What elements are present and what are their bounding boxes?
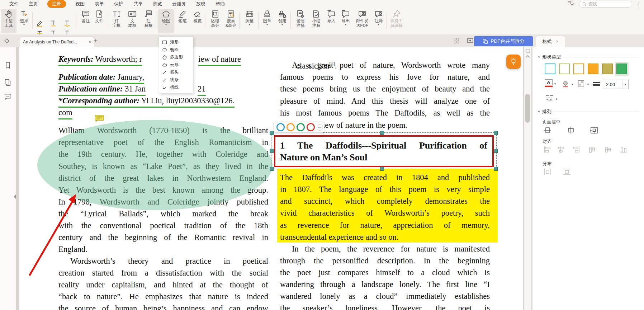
- email-fdf-button[interactable]: 邮件发 送FDF: [353, 9, 371, 33]
- squiggly-tool[interactable]: [62, 19, 72, 28]
- underline-tool[interactable]: [48, 19, 59, 28]
- align-right-button[interactable]: [572, 146, 581, 154]
- scrollbar-thumb[interactable]: [525, 94, 530, 123]
- draw-menu-item-polygon[interactable]: 多边形: [159, 53, 193, 61]
- resize-handle[interactable]: [270, 131, 274, 135]
- diamond-tool-icon[interactable]: [3, 37, 11, 45]
- red-rectangle-annotation[interactable]: [274, 135, 494, 167]
- callout-button[interactable]: 注 释框: [141, 9, 156, 33]
- search-highlight-button[interactable]: 搜索 &高亮: [223, 9, 239, 33]
- draw-menu-item-polyline[interactable]: 折线: [159, 84, 193, 91]
- export-comments-button[interactable]: 导出▼: [338, 9, 353, 33]
- resize-handle[interactable]: [494, 149, 498, 153]
- file-attach-button[interactable]: 文件: [93, 9, 106, 33]
- format-tab-close-icon[interactable]: ×: [556, 39, 558, 44]
- manage-comments-button[interactable]: 管理 注释: [293, 9, 308, 33]
- more-colors-icon[interactable]: •••: [317, 124, 323, 131]
- red-color-swatch[interactable]: [307, 123, 315, 131]
- tab-close-icon[interactable]: ×: [89, 39, 91, 44]
- menu-item[interactable]: 主页: [28, 0, 39, 8]
- stamp-button[interactable]: 图章▼: [260, 9, 275, 33]
- shape-style-swatch[interactable]: [545, 64, 555, 74]
- note-button[interactable]: 备注: [79, 9, 93, 33]
- draw-menu-item-line[interactable]: 线条: [159, 76, 193, 84]
- draw-menu-item-ellipse[interactable]: 椭圆: [159, 46, 193, 53]
- pdf-merge-split-button[interactable]: PDF合并与拆分: [474, 36, 533, 46]
- align-bottom-button[interactable]: [619, 146, 628, 154]
- shape-style-swatch[interactable]: [588, 64, 598, 74]
- page-thumbnails-icon[interactable]: [4, 78, 12, 87]
- menu-item[interactable]: 注释: [47, 0, 66, 8]
- border-color-button[interactable]: A ▼: [545, 79, 557, 87]
- hand-tool-button[interactable]: 手型 工具: [1, 9, 16, 33]
- align-middle-vertical-button[interactable]: [604, 146, 612, 154]
- resize-handle[interactable]: [494, 167, 498, 171]
- menu-item[interactable]: 共享: [133, 0, 143, 8]
- sticky-note-annotation-icon[interactable]: [95, 115, 105, 123]
- align-center-horizontal-button[interactable]: [557, 146, 565, 154]
- shape-style-swatch[interactable]: [573, 64, 584, 74]
- fill-color-button[interactable]: ▼: [561, 79, 574, 88]
- chevron-down-icon[interactable]: ▼: [622, 80, 628, 89]
- draw-button[interactable]: 绘图▼: [158, 9, 174, 33]
- textbox-button[interactable]: 文 本框: [125, 9, 140, 33]
- menu-item[interactable]: 保护: [113, 0, 124, 8]
- resize-handle[interactable]: [380, 167, 384, 171]
- reading-mode-icon[interactable]: [567, 0, 576, 8]
- format-panel-tab[interactable]: 格式 ×: [536, 36, 565, 47]
- resize-handle[interactable]: [270, 149, 274, 153]
- center-vertical-button[interactable]: [567, 126, 575, 134]
- scroll-up-icon[interactable]: [525, 55, 530, 58]
- comment-settings-button[interactable]: 注释▼: [371, 9, 386, 33]
- center-horizontal-button[interactable]: [543, 126, 552, 134]
- center-both-button[interactable]: [590, 126, 598, 134]
- opacity-button[interactable]: ▼: [577, 79, 589, 88]
- align-top-button[interactable]: [588, 146, 596, 154]
- assistant-lightbulb-button[interactable]: [506, 55, 521, 69]
- shape-style-swatch[interactable]: [602, 64, 613, 74]
- green-color-swatch[interactable]: [297, 123, 305, 131]
- shape-style-swatch[interactable]: [559, 64, 570, 74]
- eraser-button[interactable]: 橡皮: [190, 9, 205, 33]
- shape-type-section[interactable]: 形状类型: [538, 54, 639, 60]
- scroll-page-icon[interactable]: [525, 49, 530, 53]
- summarize-comments-button[interactable]: 小结 注释: [308, 9, 324, 33]
- line-width-input[interactable]: 2.00 ▼: [603, 80, 629, 89]
- draw-menu-item-arrow[interactable]: 箭头: [159, 69, 193, 76]
- resize-handle[interactable]: [270, 167, 274, 171]
- typewriter-button[interactable]: 打 字机: [109, 9, 124, 33]
- document-tab[interactable]: An Analysis on The Daffod... ×: [20, 36, 94, 47]
- draw-menu-item-cloud[interactable]: 云形: [159, 61, 193, 69]
- create-stamp-button[interactable]: 创建▼: [275, 9, 290, 33]
- comments-panel-icon[interactable]: [4, 93, 12, 101]
- bookmarks-icon[interactable]: [4, 61, 12, 70]
- measure-button[interactable]: 测量▼: [242, 9, 257, 33]
- search-input[interactable]: 查找: [579, 1, 632, 8]
- menu-item[interactable]: 云服务: [171, 0, 187, 8]
- menu-item[interactable]: 表单: [94, 0, 105, 8]
- menu-item[interactable]: 帮助: [215, 0, 226, 8]
- more-menu-icon[interactable]: ⋮: [636, 1, 640, 7]
- resize-handle[interactable]: [494, 131, 498, 135]
- menu-item[interactable]: 文件: [9, 0, 19, 8]
- panel-toggle-icon[interactable]: [466, 37, 474, 44]
- draw-menu-item-rectangle[interactable]: 矩形: [159, 38, 193, 46]
- collapse-sidebar-icon[interactable]: [14, 194, 16, 199]
- select-tool-button[interactable]: 选择▼: [17, 9, 31, 33]
- apps-grid-icon[interactable]: [453, 37, 460, 44]
- resize-handle[interactable]: [380, 131, 384, 135]
- align-left-button[interactable]: [543, 146, 552, 154]
- orange-color-swatch[interactable]: [287, 123, 295, 131]
- highlight-tool[interactable]: [34, 19, 45, 28]
- add-tab-button[interactable]: +: [94, 37, 98, 44]
- shape-style-swatch[interactable]: [616, 64, 627, 74]
- line-style-button[interactable]: ▼: [545, 94, 558, 102]
- vertical-scrollbar[interactable]: [524, 47, 531, 310]
- arrange-section[interactable]: 排列: [538, 108, 639, 115]
- distribute-horizontal-button[interactable]: [543, 168, 552, 176]
- menu-item[interactable]: 视图: [75, 0, 85, 8]
- menu-item[interactable]: 放映: [195, 0, 206, 8]
- import-comments-button[interactable]: 导入: [324, 9, 338, 33]
- area-highlight-button[interactable]: 区域 高亮: [207, 9, 223, 33]
- color-picker-toolbar[interactable]: •••: [274, 122, 324, 133]
